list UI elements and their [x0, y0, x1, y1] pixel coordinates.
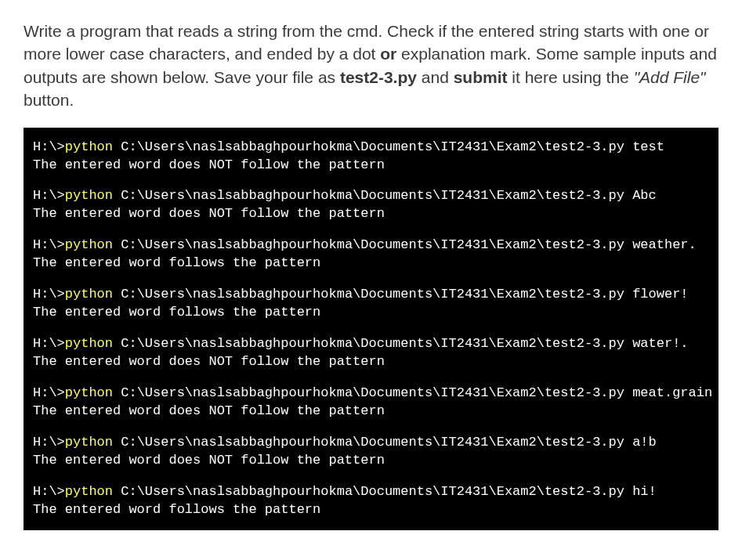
output-line: The entered word does NOT follow the pat…	[33, 403, 709, 421]
prompt-text: H:\>	[33, 435, 65, 450]
python-command: python	[65, 336, 113, 351]
instr-text-5: button.	[24, 91, 74, 109]
prompt-text: H:\>	[33, 385, 65, 400]
terminal-output: H:\>python C:\Users\naslsabbaghpourhokma…	[24, 128, 718, 530]
argument-text: meat.grain	[632, 385, 712, 400]
terminal-run-block: H:\>python C:\Users\naslsabbaghpourhokma…	[33, 237, 709, 273]
instr-text-3: and	[417, 68, 454, 86]
prompt-text: H:\>	[33, 188, 65, 203]
output-line: The entered word does NOT follow the pat…	[33, 157, 709, 175]
prompt-text: H:\>	[33, 336, 65, 351]
script-path: C:\Users\naslsabbaghpourhokma\Documents\…	[113, 287, 632, 302]
script-path: C:\Users\naslsabbaghpourhokma\Documents\…	[113, 139, 632, 154]
argument-text: hi!	[632, 484, 657, 499]
script-path: C:\Users\naslsabbaghpourhokma\Documents\…	[113, 435, 632, 450]
terminal-run-block: H:\>python C:\Users\naslsabbaghpourhokma…	[33, 385, 709, 421]
python-command: python	[65, 435, 113, 450]
terminal-command-line: H:\>python C:\Users\naslsabbaghpourhokma…	[33, 286, 709, 304]
argument-text: weather.	[632, 237, 697, 252]
script-path: C:\Users\naslsabbaghpourhokma\Documents\…	[113, 237, 632, 252]
script-path: C:\Users\naslsabbaghpourhokma\Documents\…	[113, 484, 632, 499]
terminal-run-block: H:\>python C:\Users\naslsabbaghpourhokma…	[33, 335, 709, 371]
argument-text: flower!	[632, 287, 688, 302]
argument-text: Abc	[632, 188, 657, 203]
instr-bold-or: or	[380, 45, 396, 63]
terminal-run-block: H:\>python C:\Users\naslsabbaghpourhokma…	[33, 434, 709, 470]
terminal-command-line: H:\>python C:\Users\naslsabbaghpourhokma…	[33, 335, 709, 353]
prompt-text: H:\>	[33, 287, 65, 302]
python-command: python	[65, 484, 113, 499]
terminal-run-block: H:\>python C:\Users\naslsabbaghpourhokma…	[33, 139, 709, 175]
script-path: C:\Users\naslsabbaghpourhokma\Documents\…	[113, 188, 632, 203]
problem-instructions: Write a program that reads a string from…	[24, 20, 718, 112]
terminal-command-line: H:\>python C:\Users\naslsabbaghpourhokma…	[33, 385, 709, 403]
python-command: python	[65, 188, 113, 203]
argument-text: water!.	[632, 336, 688, 351]
output-line: The entered word does NOT follow the pat…	[33, 452, 709, 470]
prompt-text: H:\>	[33, 139, 65, 154]
argument-text: test	[632, 139, 664, 154]
script-path: C:\Users\naslsabbaghpourhokma\Documents\…	[113, 385, 632, 400]
instr-bold-submit: submit	[454, 68, 508, 86]
argument-text: a!b	[632, 435, 657, 450]
prompt-text: H:\>	[33, 237, 65, 252]
prompt-text: H:\>	[33, 484, 65, 499]
output-line: The entered word does NOT follow the pat…	[33, 353, 709, 371]
output-line: The entered word does NOT follow the pat…	[33, 205, 709, 223]
terminal-run-block: H:\>python C:\Users\naslsabbaghpourhokma…	[33, 187, 709, 223]
output-line: The entered word follows the pattern	[33, 304, 709, 322]
instr-bold-filename: test2-3.py	[340, 68, 417, 86]
terminal-command-line: H:\>python C:\Users\naslsabbaghpourhokma…	[33, 139, 709, 157]
script-path: C:\Users\naslsabbaghpourhokma\Documents\…	[113, 336, 632, 351]
terminal-command-line: H:\>python C:\Users\naslsabbaghpourhokma…	[33, 483, 709, 501]
terminal-command-line: H:\>python C:\Users\naslsabbaghpourhokma…	[33, 237, 709, 255]
output-line: The entered word follows the pattern	[33, 255, 709, 273]
terminal-command-line: H:\>python C:\Users\naslsabbaghpourhokma…	[33, 434, 709, 452]
terminal-run-block: H:\>python C:\Users\naslsabbaghpourhokma…	[33, 483, 709, 519]
python-command: python	[65, 287, 113, 302]
instr-text-4: it here using the	[508, 68, 634, 86]
python-command: python	[65, 385, 113, 400]
instr-italic-addfile: "Add File"	[634, 68, 706, 86]
python-command: python	[65, 139, 113, 154]
output-line: The entered word follows the pattern	[33, 501, 709, 519]
terminal-run-block: H:\>python C:\Users\naslsabbaghpourhokma…	[33, 286, 709, 322]
terminal-command-line: H:\>python C:\Users\naslsabbaghpourhokma…	[33, 187, 709, 205]
python-command: python	[65, 237, 113, 252]
